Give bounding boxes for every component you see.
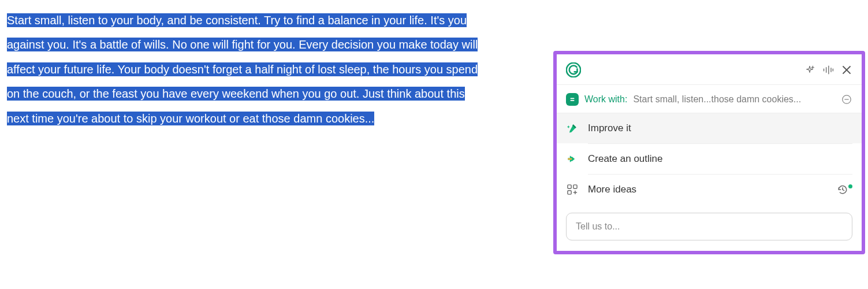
option-label: More ideas	[588, 184, 828, 195]
close-icon[interactable]	[841, 64, 852, 76]
grid-plus-icon	[566, 184, 579, 195]
work-with-row[interactable]: Work with: Start small, listen...those d…	[557, 85, 862, 113]
assistant-panel-highlight: Work with: Start small, listen...those d…	[553, 51, 865, 254]
selection-icon	[566, 93, 579, 106]
option-create-outline[interactable]: Create an outline	[557, 144, 862, 174]
option-improve-it[interactable]: Improve it	[557, 113, 862, 143]
document-text-area[interactable]: Start small, listen to your body, and be…	[7, 8, 480, 131]
option-more-ideas[interactable]: More ideas	[557, 175, 862, 205]
grammarly-logo-icon	[566, 62, 581, 77]
option-label: Improve it	[588, 123, 852, 134]
input-row	[557, 205, 862, 251]
sparkle-icon[interactable]	[804, 64, 815, 76]
arrow-right-icon	[566, 153, 579, 165]
svg-rect-10	[571, 100, 575, 101]
svg-line-19	[843, 190, 844, 191]
option-label: Create an outline	[588, 153, 852, 165]
work-with-text: Start small, listen...those damn cookies…	[633, 94, 835, 105]
svg-rect-9	[571, 98, 575, 99]
history-icon[interactable]	[837, 184, 852, 195]
svg-rect-14	[573, 185, 577, 188]
prompt-input[interactable]	[566, 213, 852, 240]
collapse-icon[interactable]	[841, 94, 852, 105]
assistant-panel: Work with: Start small, listen...those d…	[557, 54, 862, 251]
selected-text[interactable]: Start small, listen to your body, and be…	[7, 8, 480, 131]
svg-rect-13	[568, 185, 571, 188]
svg-rect-15	[568, 191, 571, 194]
svg-point-20	[848, 184, 852, 188]
panel-header	[557, 54, 862, 85]
pencil-sparkle-icon	[566, 123, 579, 134]
svg-rect-8	[569, 96, 576, 103]
voice-wave-icon[interactable]	[822, 64, 834, 76]
work-with-label: Work with:	[584, 94, 627, 105]
